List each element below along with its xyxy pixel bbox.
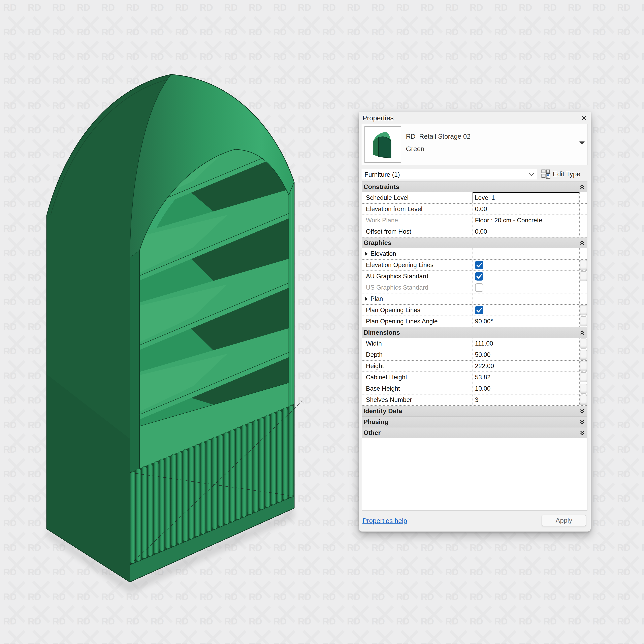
properties-panel: Properties RD_Retail Storage 02 Green Fu… bbox=[359, 112, 591, 532]
associate-parameter-button[interactable] bbox=[580, 316, 587, 326]
property-label: Depth bbox=[362, 349, 473, 360]
section-header-constraints[interactable]: Constraints bbox=[362, 182, 587, 192]
element-filter-combobox[interactable]: Furniture (1) bbox=[362, 169, 537, 179]
section-header-other[interactable]: Other bbox=[362, 427, 587, 438]
left-inner-edge bbox=[130, 251, 139, 473]
property-value-plan[interactable] bbox=[473, 293, 579, 304]
property-label: Shelves Number bbox=[362, 394, 473, 405]
expand-section-icon[interactable] bbox=[580, 430, 585, 436]
property-value-depth[interactable]: 50.00 bbox=[473, 349, 579, 360]
property-value-shelves-number[interactable]: 3 bbox=[473, 394, 579, 405]
property-label: Plan Opening Lines Angle bbox=[362, 316, 473, 327]
section-label: Constraints bbox=[363, 183, 580, 191]
checkbox-checked[interactable] bbox=[475, 306, 483, 314]
associate-parameter-button[interactable] bbox=[580, 361, 587, 371]
family-name: RD_Retail Storage 02 bbox=[406, 133, 471, 140]
associate-parameter-cell bbox=[579, 316, 587, 327]
property-value-height[interactable]: 222.00 bbox=[473, 361, 579, 372]
associate-parameter-button[interactable] bbox=[580, 384, 587, 394]
type-thumbnail bbox=[364, 126, 401, 163]
associate-parameter-cell bbox=[579, 338, 587, 349]
retail-storage-3d-render[interactable] bbox=[47, 74, 302, 594]
panel-title: Properties bbox=[362, 114, 394, 122]
associate-parameter-button[interactable] bbox=[580, 350, 587, 360]
property-value-plan-opening-lines-angle[interactable]: 90.00° bbox=[473, 316, 579, 327]
associate-parameter-cell bbox=[579, 260, 587, 270]
group-expand-icon[interactable] bbox=[365, 297, 368, 301]
checkbox-unchecked[interactable] bbox=[475, 283, 483, 292]
property-row-plan-opening-lines-angle: Plan Opening Lines Angle90.00° bbox=[362, 316, 587, 327]
property-row-plan: Plan bbox=[362, 293, 587, 305]
property-value-au-graphics-standard[interactable] bbox=[473, 271, 579, 282]
property-row-height: Height222.00 bbox=[362, 361, 587, 372]
property-label: Offset from Host bbox=[362, 226, 473, 237]
property-row-cabinet-height: Cabinet Height53.82 bbox=[362, 372, 587, 383]
associate-parameter-button[interactable] bbox=[580, 395, 587, 405]
associate-parameter-cell bbox=[579, 248, 587, 259]
property-row-work-plane: Work PlaneFloor : 20 cm - Concrete bbox=[362, 215, 587, 226]
collapse-section-icon[interactable] bbox=[580, 240, 585, 246]
section-header-graphics[interactable]: Graphics bbox=[362, 237, 587, 248]
associate-parameter-cell bbox=[579, 372, 587, 383]
associate-parameter-cell bbox=[579, 271, 587, 282]
associate-parameter-button[interactable] bbox=[580, 271, 587, 281]
section-header-phasing[interactable]: Phasing bbox=[362, 417, 587, 427]
property-label: Height bbox=[362, 361, 473, 372]
associate-parameter-button[interactable] bbox=[580, 260, 587, 270]
associate-parameter-button[interactable] bbox=[580, 305, 587, 315]
properties-help-link[interactable]: Properties help bbox=[362, 517, 407, 525]
associate-parameter-cell bbox=[579, 204, 587, 215]
property-label: Elevation bbox=[362, 248, 473, 259]
property-value-base-height[interactable]: 10.00 bbox=[473, 383, 579, 394]
collapse-section-icon[interactable] bbox=[580, 330, 585, 335]
property-value-work-plane[interactable]: Floor : 20 cm - Concrete bbox=[473, 215, 579, 226]
property-value-elevation[interactable] bbox=[473, 248, 579, 259]
property-label: Plan bbox=[362, 293, 473, 304]
checkbox-checked[interactable] bbox=[475, 272, 483, 281]
property-row-schedule-level: Schedule LevelLevel 1 bbox=[362, 192, 587, 204]
collapse-section-icon[interactable] bbox=[580, 184, 585, 190]
property-value-plan-opening-lines[interactable] bbox=[473, 305, 579, 316]
property-value-width[interactable]: 111.00 bbox=[473, 338, 579, 349]
property-grid: ConstraintsSchedule LevelLevel 1Elevatio… bbox=[362, 181, 587, 511]
associate-parameter-button[interactable] bbox=[580, 372, 587, 382]
section-header-dimensions[interactable]: Dimensions bbox=[362, 327, 587, 338]
property-value-elevation-opening-lines[interactable] bbox=[473, 260, 579, 270]
property-value-us-graphics-standard[interactable] bbox=[473, 282, 579, 293]
property-row-elevation-opening-lines: Elevation Opening Lines bbox=[362, 260, 587, 271]
property-value-cabinet-height[interactable]: 53.82 bbox=[473, 372, 579, 383]
edit-type-button[interactable]: Edit Type bbox=[541, 169, 580, 179]
property-label: Work Plane bbox=[362, 215, 473, 226]
apply-button[interactable]: Apply bbox=[542, 515, 586, 526]
expand-section-icon[interactable] bbox=[580, 419, 585, 425]
associate-parameter-cell bbox=[579, 383, 587, 394]
associate-parameter-cell bbox=[579, 361, 587, 372]
checkbox-checked[interactable] bbox=[475, 261, 483, 269]
chevron-down-icon bbox=[528, 172, 534, 176]
property-label: US Graphics Standard bbox=[362, 282, 473, 293]
associate-parameter-button[interactable] bbox=[580, 339, 587, 349]
type-dropdown-arrow-icon[interactable] bbox=[579, 141, 585, 145]
property-label: Cabinet Height bbox=[362, 372, 473, 383]
property-label: Elevation from Level bbox=[362, 204, 473, 215]
property-value-schedule-level[interactable]: Level 1 bbox=[473, 192, 579, 203]
associate-parameter-cell bbox=[579, 215, 587, 226]
property-value-elevation-from-level[interactable]: 0.00 bbox=[473, 204, 579, 215]
property-label: Plan Opening Lines bbox=[362, 305, 473, 316]
element-filter-value: Furniture (1) bbox=[364, 171, 400, 178]
associate-parameter-cell bbox=[579, 349, 587, 360]
edit-type-icon bbox=[541, 169, 551, 179]
close-icon[interactable] bbox=[580, 114, 588, 122]
section-label: Graphics bbox=[363, 239, 580, 247]
panel-titlebar: Properties bbox=[359, 112, 591, 123]
property-value-offset-from-host[interactable]: 0.00 bbox=[473, 226, 579, 237]
property-row-offset-from-host: Offset from Host0.00 bbox=[362, 226, 587, 237]
expand-section-icon[interactable] bbox=[580, 409, 585, 414]
type-selector[interactable]: RD_Retail Storage 02 Green bbox=[362, 124, 587, 165]
property-label: AU Graphics Standard bbox=[362, 271, 473, 282]
section-label: Other bbox=[363, 429, 580, 437]
group-expand-icon[interactable] bbox=[365, 252, 368, 256]
property-row-elevation-from-level: Elevation from Level0.00 bbox=[362, 204, 587, 215]
section-header-identity-data[interactable]: Identity Data bbox=[362, 406, 587, 417]
associate-parameter-cell bbox=[579, 394, 587, 405]
